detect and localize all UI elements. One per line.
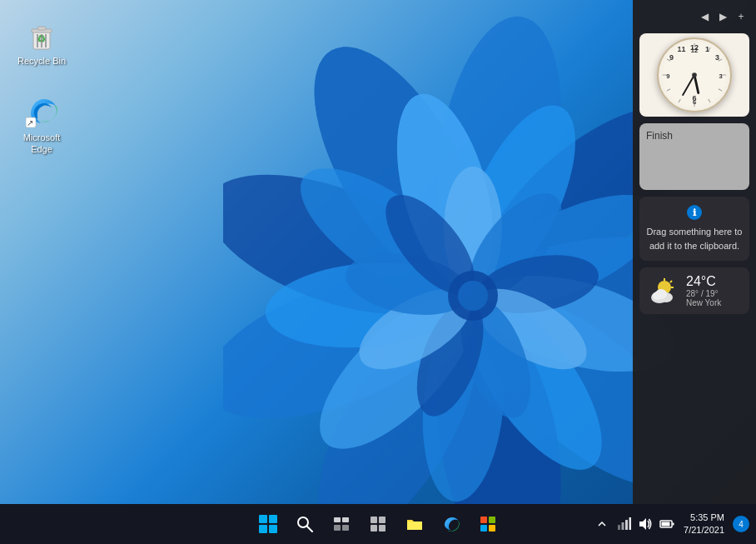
svg-rect-74: [379, 517, 385, 523]
widget-back-button[interactable]: ◀: [696, 8, 713, 25]
taskbar-date: 7/21/2021: [684, 524, 724, 537]
svg-rect-72: [342, 525, 349, 531]
task-view-button[interactable]: [325, 507, 358, 541]
svg-marker-85: [639, 518, 646, 530]
svg-line-42: [719, 59, 722, 61]
taskbar-right: 5:35 PM 7/21/2021 4: [594, 512, 749, 537]
show-hidden-icons-button[interactable]: [594, 516, 610, 532]
widget-forward-button[interactable]: ▶: [714, 8, 731, 25]
svg-text:6: 6: [693, 98, 696, 106]
svg-line-51: [679, 47, 680, 51]
taskbar-center: [251, 507, 505, 541]
start-button[interactable]: [251, 507, 285, 541]
widgets-icon: [370, 516, 386, 532]
svg-point-67: [298, 517, 308, 527]
task-view-icon: [333, 516, 350, 532]
svg-line-57: [683, 75, 694, 95]
battery-icon[interactable]: [659, 516, 675, 532]
svg-text:3: 3: [719, 72, 722, 80]
svg-rect-71: [334, 525, 341, 531]
svg-rect-82: [622, 522, 624, 530]
notification-count: 4: [739, 520, 744, 529]
weather-info: 24°C 28° / 19° New York: [686, 274, 721, 307]
widget-panel-controls: ◀ ▶ +: [639, 7, 749, 27]
svg-rect-81: [618, 525, 620, 530]
notification-center-button[interactable]: 4: [733, 516, 749, 532]
store-button[interactable]: [471, 507, 505, 541]
finish-widget[interactable]: Finish: [639, 123, 749, 190]
analog-clock: 12 3 6 9 1 11: [657, 37, 732, 112]
svg-line-45: [709, 99, 710, 102]
svg-point-30: [458, 281, 488, 311]
battery-status-icon: [659, 517, 674, 532]
svg-rect-76: [379, 525, 385, 532]
edge-image: ↗: [25, 95, 58, 128]
widgets-button[interactable]: [361, 507, 395, 541]
clipboard-widget: ℹ Drag something here to add it to the c…: [639, 197, 749, 261]
edge-label: Microsoft Edge: [15, 132, 68, 156]
widget-add-button[interactable]: +: [733, 8, 749, 25]
svg-rect-73: [371, 517, 377, 523]
svg-rect-88: [662, 522, 670, 527]
svg-line-56: [694, 75, 699, 92]
clipboard-text: Drag something here to add it to the cli…: [646, 225, 743, 252]
svg-text:↗: ↗: [27, 118, 33, 127]
weather-widget[interactable]: 24°C 28° / 19° New York: [639, 267, 749, 314]
svg-rect-87: [673, 523, 674, 526]
svg-rect-77: [480, 517, 487, 523]
windows-logo: [259, 515, 277, 533]
file-explorer-button[interactable]: [398, 507, 431, 541]
chevron-up-icon: [597, 519, 607, 529]
svg-text:12: 12: [691, 47, 698, 54]
info-icon: ℹ: [687, 205, 702, 220]
svg-line-50: [667, 59, 670, 61]
svg-rect-83: [625, 520, 628, 530]
search-icon: [296, 516, 313, 532]
svg-line-68: [307, 527, 312, 532]
svg-rect-70: [342, 517, 349, 522]
svg-rect-79: [480, 525, 487, 532]
taskbar: 5:35 PM 7/21/2021 4: [0, 504, 756, 544]
taskbar-time: 5:35 PM: [684, 512, 724, 524]
svg-point-58: [692, 72, 697, 77]
network-status-icon: [616, 517, 631, 532]
svg-line-47: [679, 99, 680, 102]
svg-rect-84: [629, 517, 632, 530]
volume-icon[interactable]: [637, 516, 654, 532]
microsoft-edge-icon[interactable]: ↗ Microsoft Edge: [12, 92, 72, 159]
volume-status-icon: [638, 517, 653, 532]
svg-point-66: [653, 292, 663, 300]
folder-icon: [405, 515, 424, 533]
weather-city: New York: [686, 298, 721, 307]
svg-text:9: 9: [666, 72, 669, 80]
recycle-bin-image: ♻: [25, 18, 58, 52]
widget-panel: ◀ ▶ + 12 3 6 9 1 11: [633, 0, 756, 504]
clock-widget: 12 3 6 9 1 11: [639, 33, 749, 117]
recycle-bin-label: Recycle Bin: [17, 55, 66, 67]
network-icon[interactable]: [615, 516, 632, 532]
finish-label: Finish: [646, 130, 673, 142]
svg-rect-75: [371, 525, 377, 532]
edge-taskbar-button[interactable]: [435, 507, 468, 541]
weather-icon: [646, 274, 679, 307]
store-icon: [479, 515, 497, 533]
svg-rect-33: [37, 27, 46, 30]
svg-line-48: [667, 89, 670, 91]
svg-rect-69: [334, 517, 341, 522]
svg-line-41: [709, 47, 710, 51]
taskbar-clock[interactable]: 5:35 PM 7/21/2021: [680, 512, 728, 537]
weather-temperature: 24°C: [686, 274, 721, 289]
recycle-bin-icon[interactable]: ♻ Recycle Bin: [12, 15, 72, 70]
svg-line-44: [719, 89, 722, 91]
svg-rect-80: [489, 525, 495, 532]
svg-line-61: [670, 281, 672, 282]
weather-range: 28° / 19°: [686, 289, 721, 298]
search-button[interactable]: [288, 507, 321, 541]
edge-taskbar-icon: [442, 515, 460, 533]
svg-rect-78: [489, 517, 495, 523]
